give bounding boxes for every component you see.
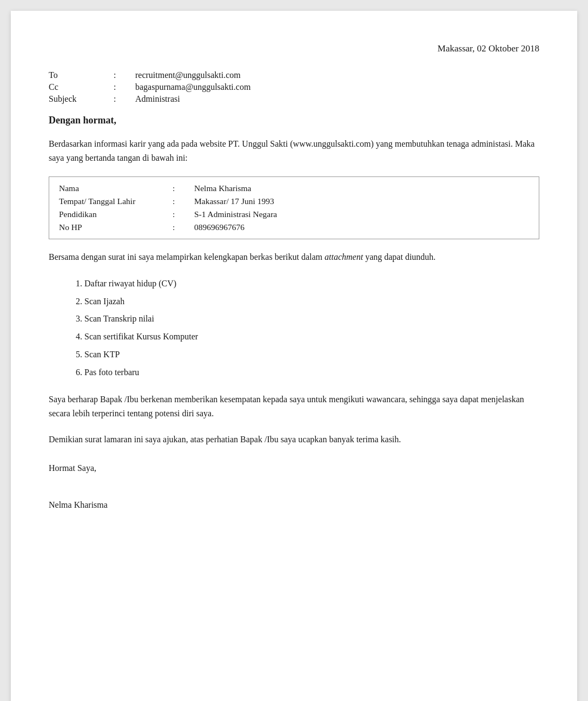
info-label-pendidikan: Pendidikan — [59, 209, 173, 219]
header-section: To : recruitment@unggulsakti.com Cc : ba… — [49, 70, 539, 104]
info-colon-nama: : — [173, 184, 194, 193]
salutation: Hormat Saya, — [49, 463, 539, 473]
letter-page: Makassar, 02 Oktober 2018 To : recruitme… — [11, 11, 577, 701]
info-colon-nohp: : — [173, 222, 194, 232]
subject-colon: : — [114, 94, 135, 104]
attachment-italic: attachment — [325, 252, 363, 261]
subject-label: Subjeck — [49, 94, 114, 104]
sender-name: Nelma Kharisma — [49, 500, 539, 510]
attachment-list: 1. Daftar riwayat hidup (CV) 2. Scan Ija… — [49, 276, 539, 381]
to-value: recruitment@unggulsakti.com — [135, 70, 241, 80]
list-item-1: 1. Daftar riwayat hidup (CV) — [76, 276, 539, 292]
info-row-ttl: Tempat/ Tanggal Lahir : Makassar/ 17 Jun… — [59, 196, 529, 206]
info-label-nama: Nama — [59, 184, 173, 193]
info-value-ttl: Makassar/ 17 Juni 1993 — [194, 196, 274, 206]
subject-row: Subjeck : Administrasi — [49, 94, 539, 104]
final-paragraph: Demikian surat lamaran ini saya ajukan, … — [49, 433, 539, 447]
info-row-nohp: No HP : 089696967676 — [59, 222, 529, 232]
to-label: To — [49, 70, 114, 80]
info-value-nama: Nelma Kharisma — [194, 184, 251, 193]
cc-label: Cc — [49, 82, 114, 92]
date: Makassar, 02 Oktober 2018 — [49, 43, 539, 54]
list-item-6: 6. Pas foto terbaru — [76, 365, 539, 381]
info-label-ttl: Tempat/ Tanggal Lahir — [59, 196, 173, 206]
list-item-5: 5. Scan KTP — [76, 347, 539, 363]
to-row: To : recruitment@unggulsakti.com — [49, 70, 539, 80]
to-colon: : — [114, 70, 135, 80]
info-colon-ttl: : — [173, 196, 194, 206]
info-row-pendidikan: Pendidikan : S-1 Administrasi Negara — [59, 209, 529, 219]
info-label-nohp: No HP — [59, 222, 173, 232]
closing-paragraph: Saya berharap Bapak /Ibu berkenan member… — [49, 392, 539, 421]
attachment-text-before: Bersama dengan surat ini saya melampirka… — [49, 252, 325, 261]
info-row-nama: Nama : Nelma Kharisma — [59, 184, 529, 193]
greeting: Dengan hormat, — [49, 115, 539, 126]
intro-paragraph: Berdasarkan informasi karir yang ada pad… — [49, 137, 539, 165]
cc-value: bagaspurnama@unggulsakti.com — [135, 82, 250, 92]
list-item-2: 2. Scan Ijazah — [76, 294, 539, 310]
info-value-pendidikan: S-1 Administrasi Negara — [194, 209, 277, 219]
cc-row: Cc : bagaspurnama@unggulsakti.com — [49, 82, 539, 92]
attachment-text-after: yang dapat diunduh. — [363, 252, 435, 261]
list-item-3: 3. Scan Transkrip nilai — [76, 311, 539, 327]
info-table: Nama : Nelma Kharisma Tempat/ Tanggal La… — [49, 176, 539, 239]
cc-colon: : — [114, 82, 135, 92]
info-colon-pendidikan: : — [173, 209, 194, 219]
info-value-nohp: 089696967676 — [194, 222, 245, 232]
subject-value: Administrasi — [135, 94, 180, 104]
list-item-4: 4. Scan sertifikat Kursus Komputer — [76, 329, 539, 345]
attachment-paragraph: Bersama dengan surat ini saya melampirka… — [49, 250, 539, 264]
